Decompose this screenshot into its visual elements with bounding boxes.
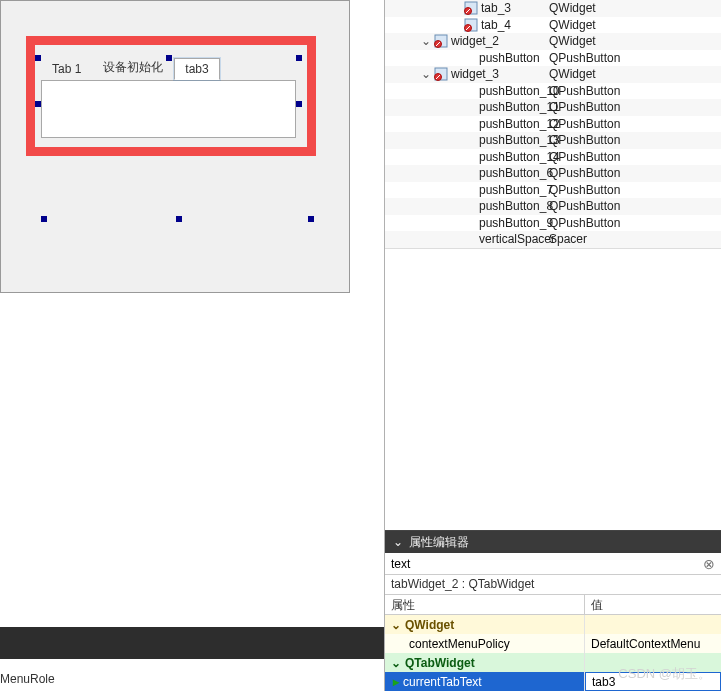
object-class: QWidget [549,18,596,32]
resize-handle[interactable] [35,148,41,154]
object-class: QPushButton [549,84,620,98]
tree-row[interactable]: verticalSpacerSpacer [385,231,721,248]
property-filter-label: text [391,557,410,571]
form-canvas[interactable]: Tab 1 设备初始化 tab3 [0,0,350,293]
tree-row[interactable]: pushButton_13QPushButton [385,132,721,149]
chevron-down-icon: ⌄ [391,656,401,670]
object-name: pushButton [479,51,549,65]
object-class: QPushButton [549,133,620,147]
expand-arrow-icon[interactable]: ▸ [393,675,399,689]
resize-handle[interactable] [166,55,172,61]
chevron-down-icon: ⌄ [393,535,403,549]
tree-expander-icon[interactable]: ⌄ [419,67,433,81]
tree-row[interactable]: ⌄widget_2QWidget [385,33,721,50]
property-context: tabWidget_2 : QTabWidget [385,575,721,595]
tab-1[interactable]: Tab 1 [41,58,92,80]
tree-row[interactable]: ⌄widget_3QWidget [385,66,721,83]
widget-nolayout-icon [433,33,449,49]
chevron-down-icon: ⌄ [391,618,401,632]
property-row-currenttabtext[interactable]: ▸ currentTabText [385,672,721,691]
resize-handle[interactable] [35,55,41,61]
object-class: QPushButton [549,51,620,65]
tree-row[interactable]: pushButton_12QPushButton [385,116,721,133]
object-class: QPushButton [549,117,620,131]
tree-row[interactable]: pushButton_6QPushButton [385,165,721,182]
form-designer-pane: Tab 1 设备初始化 tab3 [0,0,384,691]
property-value[interactable]: DefaultContextMenu [585,634,721,653]
object-name: verticalSpacer [479,232,549,246]
property-group-qtabwidget[interactable]: ⌄QTabWidget [385,653,721,672]
bottom-dark-strip [0,627,384,659]
object-class: QPushButton [549,199,620,213]
object-class: QPushButton [549,216,620,230]
resize-handle[interactable] [296,55,302,61]
object-class: QPushButton [549,183,620,197]
object-name: pushButton_12 [479,117,549,131]
resize-handle[interactable] [308,216,314,222]
resize-handle[interactable] [176,216,182,222]
tree-row[interactable]: pushButton_14QPushButton [385,149,721,166]
tab-2[interactable]: 设备初始化 [92,55,174,80]
tree-row[interactable]: pushButton_11QPushButton [385,99,721,116]
object-name: widget_3 [451,67,549,81]
object-class: QPushButton [549,100,620,114]
object-class: QPushButton [549,150,620,164]
object-name: pushButton_14 [479,150,549,164]
property-column-header: 属性 值 [385,595,721,615]
property-row-contextmenupolicy[interactable]: contextMenuPolicy DefaultContextMenu [385,634,721,653]
property-editor: ⌄ 属性编辑器 text ⊗ tabWidget_2 : QTabWidget … [385,530,721,691]
tree-row[interactable]: tab_4QWidget [385,17,721,34]
tree-row[interactable]: pushButton_7QPushButton [385,182,721,199]
col-header-val[interactable]: 值 [585,595,721,614]
object-class: QPushButton [549,166,620,180]
object-name: pushButton_13 [479,133,549,147]
object-class: QWidget [549,1,596,15]
object-name: pushButton_9 [479,216,549,230]
tabwidget-preview[interactable]: Tab 1 设备初始化 tab3 [41,56,296,156]
property-filter-row: text ⊗ [385,553,721,575]
object-class: QWidget [549,34,596,48]
tree-expander-icon[interactable]: ⌄ [419,34,433,48]
object-name: tab_4 [481,18,549,32]
property-editor-header[interactable]: ⌄ 属性编辑器 [385,531,721,553]
property-key: currentTabText [403,675,482,689]
object-name: widget_2 [451,34,549,48]
tab-content[interactable] [41,80,296,138]
resize-handle[interactable] [41,216,47,222]
clear-filter-icon[interactable]: ⊗ [703,556,715,572]
object-name: tab_3 [481,1,549,15]
widget-nolayout-icon [433,66,449,82]
resize-handle[interactable] [296,101,302,107]
object-name: pushButton_11 [479,100,549,114]
tree-row[interactable]: pushButton_8QPushButton [385,198,721,215]
object-name: pushButton_7 [479,183,549,197]
tab-3[interactable]: tab3 [174,58,219,80]
object-inspector-tree[interactable]: tab_3QWidgettab_4QWidget⌄widget_2QWidget… [385,0,721,248]
spacer [385,248,721,531]
object-name: pushButton_8 [479,199,549,213]
resize-handle[interactable] [166,148,172,154]
resize-handle[interactable] [35,101,41,107]
object-name: pushButton_6 [479,166,549,180]
object-name: pushButton_10 [479,84,549,98]
tree-row[interactable]: pushButton_10QPushButton [385,83,721,100]
col-header-key[interactable]: 属性 [385,595,585,614]
group-label: QWidget [405,618,454,632]
tree-row[interactable]: pushButtonQPushButton [385,50,721,67]
form-dotgrid: Tab 1 设备初始化 tab3 [1,1,349,292]
object-class: QWidget [549,67,596,81]
property-key: contextMenuPolicy [385,634,585,653]
resize-handle[interactable] [296,148,302,154]
currenttabtext-input[interactable] [592,673,720,690]
tree-row[interactable]: tab_3QWidget [385,0,721,17]
group-label: QTabWidget [405,656,475,670]
object-class: Spacer [549,232,587,246]
widget-nolayout-icon [463,17,479,33]
property-group-qwidget[interactable]: ⌄QWidget [385,615,721,634]
property-editor-title: 属性编辑器 [409,534,469,551]
tree-row[interactable]: pushButton_9QPushButton [385,215,721,232]
menurole-label: MenuRole [0,672,55,686]
widget-nolayout-icon [463,0,479,16]
